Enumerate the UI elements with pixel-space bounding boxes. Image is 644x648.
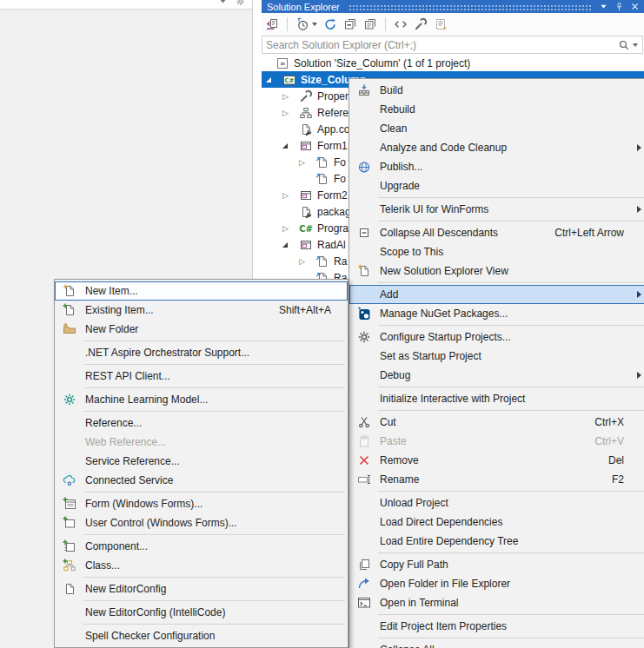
- search-box: [262, 36, 643, 54]
- menu-item-shortcut: F2: [612, 473, 633, 486]
- menu-item-set-as-startup-project[interactable]: Set as Startup Project: [349, 347, 644, 366]
- menu-separator: [83, 624, 345, 625]
- menu-item-debug[interactable]: Debug: [349, 366, 644, 385]
- menu-item-load-entire-dependency-tree[interactable]: Load Entire Dependency Tree: [349, 532, 644, 551]
- nuget-icon: [355, 307, 374, 321]
- switch-views-button[interactable]: [265, 17, 279, 31]
- window-position-button[interactable]: [599, 2, 608, 11]
- menu-item-remove[interactable]: RemoveDel: [349, 451, 644, 470]
- menu-item-new-folder[interactable]: New Folder: [55, 320, 348, 339]
- menu-item-label: Existing Item...: [85, 304, 154, 316]
- expander-icon[interactable]: [282, 242, 299, 248]
- menu-item-collapse-all[interactable]: Collapse All: [349, 640, 644, 648]
- expander-icon[interactable]: [266, 77, 282, 83]
- menu-item-cut[interactable]: CutCtrl+X: [349, 413, 644, 432]
- menu-separator: [83, 411, 345, 412]
- menu-item-connected-service[interactable]: Connected Service: [55, 471, 348, 490]
- view-code-button[interactable]: [394, 17, 408, 31]
- drag-grip[interactable]: [349, 4, 591, 10]
- menu-item-form-windows-forms[interactable]: Form (Windows Forms)...: [55, 494, 348, 513]
- vs-window: Solution Explorer ∞Solution 'Size_Column…: [0, 0, 644, 648]
- tree-item-label: Ra: [334, 255, 349, 268]
- menu-item-spell-checker-configuration[interactable]: Spell Checker Configuration: [55, 626, 348, 645]
- menu-item-shortcut: Ctrl+X: [594, 416, 633, 428]
- properties-button[interactable]: [414, 17, 428, 31]
- new-explorer-view-icon: [355, 264, 374, 278]
- menu-separator: [378, 410, 644, 411]
- menu-item-collapse-all-descendants[interactable]: Collapse All DescendantsCtrl+Left Arrow: [349, 223, 644, 242]
- build-icon: [355, 83, 374, 97]
- expander-icon[interactable]: [299, 257, 315, 266]
- copy-path-icon: [355, 558, 374, 572]
- chevron-down-gray-icon[interactable]: [218, 0, 228, 6]
- menu-item-configure-startup-projects[interactable]: Configure Startup Projects...: [349, 327, 644, 347]
- menu-item-label: New EditorConfig: [85, 583, 166, 595]
- add-component-icon: [60, 539, 79, 553]
- preview-selected-items-icon: [434, 17, 448, 31]
- menu-item-copy-full-path[interactable]: Copy Full Path: [349, 555, 644, 574]
- menu-item-new-editorconfig[interactable]: New EditorConfig: [55, 579, 348, 598]
- menu-item-new-item[interactable]: New Item...: [55, 281, 348, 301]
- menu-item-rebuild[interactable]: Rebuild: [349, 100, 644, 119]
- menu-item-upgrade[interactable]: Upgrade: [349, 176, 644, 195]
- menu-item-scope-to-this[interactable]: Scope to This: [349, 242, 644, 261]
- pin-button[interactable]: [614, 2, 624, 11]
- pending-changes-filter-button[interactable]: [295, 17, 317, 31]
- menu-item-telerik-ui-for-winforms[interactable]: Telerik UI for WinForms: [349, 200, 644, 219]
- menu-item-label: Open in Terminal: [380, 597, 459, 609]
- menu-item-machine-learning-model[interactable]: Machine Learning Model...: [55, 390, 348, 409]
- menu-item-publish[interactable]: Publish...: [349, 157, 644, 176]
- menu-item-label: New Item...: [85, 285, 138, 297]
- menu-item-build[interactable]: Build: [349, 81, 644, 100]
- menu-item-rename[interactable]: RenameF2: [349, 470, 644, 489]
- sync-with-active-document-button[interactable]: [323, 17, 337, 31]
- menu-item-class[interactable]: Class...: [55, 556, 348, 575]
- collapse-descendants-icon: [355, 226, 374, 240]
- tree-item-solution-size-column-1-of-1-project[interactable]: ∞Solution 'Size_Column' (1 of 1 project): [262, 55, 644, 71]
- gear-gray-icon[interactable]: [236, 0, 245, 6]
- close-button[interactable]: [630, 2, 640, 11]
- menu-item-initialize-interactive-with-project[interactable]: Initialize Interactive with Project: [349, 389, 644, 408]
- menu-item-label: Component...: [85, 540, 148, 552]
- menu-item-open-in-terminal[interactable]: Open in Terminal: [349, 593, 644, 612]
- csharp-file-icon: C#: [299, 222, 313, 235]
- menu-item-add[interactable]: Add: [349, 285, 644, 304]
- expander-icon[interactable]: [282, 92, 299, 101]
- expander-icon[interactable]: [282, 191, 299, 200]
- menu-item-clean[interactable]: Clean: [349, 119, 644, 138]
- menu-item-analyze-and-code-cleanup[interactable]: Analyze and Code Cleanup: [349, 138, 644, 157]
- sync-with-active-document-icon: [323, 17, 337, 31]
- menu-item-service-reference[interactable]: Service Reference...: [55, 452, 348, 471]
- expander-icon[interactable]: [299, 158, 315, 167]
- show-all-files-button[interactable]: [363, 17, 377, 31]
- menu-item-existing-item[interactable]: Existing Item...Shift+Alt+A: [55, 301, 348, 320]
- menu-item-label: Machine Learning Model...: [85, 393, 208, 406]
- new-folder-icon: [60, 322, 79, 336]
- menu-item-rest-api-client[interactable]: REST API Client...: [55, 367, 348, 386]
- menu-item-open-folder-in-file-explorer[interactable]: Open Folder in File Explorer: [349, 574, 644, 593]
- menu-item-user-control-windows-forms[interactable]: User Control (Windows Forms)...: [55, 513, 348, 532]
- expander-icon[interactable]: [282, 224, 299, 233]
- switch-views-icon: [265, 17, 279, 31]
- menu-item-edit-project-item-properties[interactable]: Edit Project Item Properties: [349, 617, 644, 636]
- search-icon[interactable]: [618, 39, 630, 51]
- menu-item-unload-project[interactable]: Unload Project: [349, 493, 644, 512]
- expander-icon[interactable]: [282, 143, 299, 149]
- menu-item-component[interactable]: Component...: [55, 537, 348, 556]
- search-options-caret-icon[interactable]: [633, 43, 638, 47]
- preview-selected-items-button[interactable]: [434, 17, 448, 31]
- menu-item-new-editorconfig-intellicode[interactable]: New EditorConfig (IntelliCode): [55, 603, 348, 622]
- toolbar-separator: [287, 17, 288, 31]
- menu-item-manage-nuget-packages[interactable]: Manage NuGet Packages...: [349, 304, 644, 323]
- menu-item-reference[interactable]: Reference...: [55, 413, 348, 433]
- search-input[interactable]: [262, 39, 618, 51]
- panel-titlebar: Solution Explorer: [262, 0, 644, 13]
- pending-changes-filter-icon: [295, 17, 309, 31]
- tree-item-label: Solution 'Size_Column' (1 of 1 project): [294, 57, 473, 69]
- expander-icon[interactable]: [282, 109, 299, 117]
- collapse-all-button[interactable]: [343, 17, 357, 31]
- menu-item-net-aspire-orchestrator-support[interactable]: .NET Aspire Orchestrator Support...: [55, 343, 348, 362]
- menu-item-load-direct-dependencies[interactable]: Load Direct Dependencies: [349, 512, 644, 532]
- menu-item-new-solution-explorer-view[interactable]: New Solution Explorer View: [349, 261, 644, 281]
- menu-item-label: Configure Startup Projects...: [380, 331, 511, 343]
